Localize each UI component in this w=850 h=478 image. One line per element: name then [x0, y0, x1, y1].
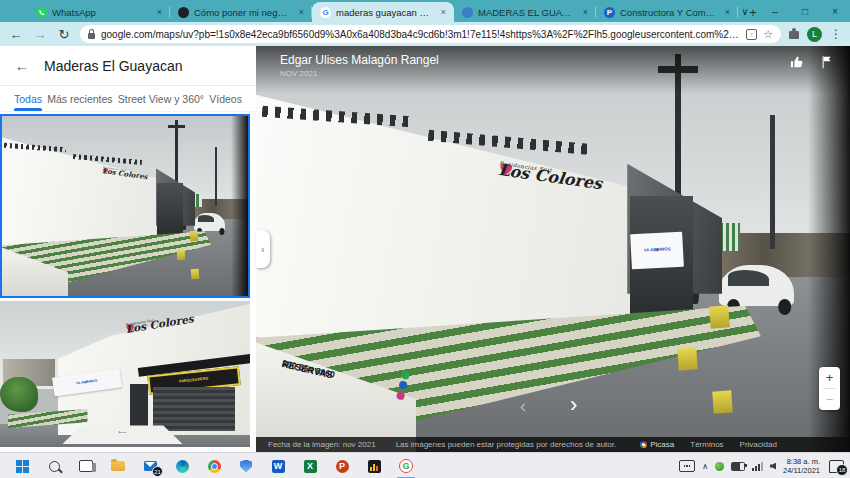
- next-photo-arrow[interactable]: ›: [570, 392, 577, 418]
- picasa-attribution[interactable]: Picasa: [640, 440, 674, 449]
- battery-icon[interactable]: [731, 462, 745, 471]
- tab-close-icon[interactable]: ×: [297, 7, 306, 17]
- google-g-icon: G: [320, 7, 331, 18]
- close-button[interactable]: ×: [820, 0, 850, 22]
- notification-badge: 18: [836, 464, 848, 476]
- tab-constructora[interactable]: P Constructora Y Comercializa ×: [596, 2, 738, 22]
- copyright-label: Las imágenes pueden estar protegidas por…: [396, 440, 617, 449]
- google-app-icon: G: [399, 459, 413, 473]
- maximize-button[interactable]: □: [790, 0, 820, 22]
- photo-thumbnail[interactable]: ♥Los ColoresResidencias Suit PARQUEADERO…: [0, 301, 250, 447]
- powerpoint-button[interactable]: P: [326, 453, 358, 478]
- back-icon[interactable]: ←: [8, 27, 24, 42]
- powerbi-button[interactable]: [358, 453, 390, 478]
- minimize-button[interactable]: –: [760, 0, 790, 22]
- clock-date: 24/11/2021: [783, 466, 820, 475]
- tab-strip: WhatsApp × Cómo poner mi negocio en × G …: [0, 0, 850, 22]
- tab-street-view[interactable]: Street View y 360°: [118, 86, 204, 111]
- photo-footer: Fecha de la imagen: nov 2021 Las imágene…: [256, 437, 850, 452]
- tab-videos[interactable]: Vídeos: [209, 86, 242, 111]
- photo-viewer: ♥Los ColoresResidencias Suit ♥YA ABRIMOS…: [256, 46, 850, 452]
- thumbnail-photo: ♥Los ColoresResidencias Suit PARQUEADERO…: [0, 301, 250, 447]
- powerbi-icon: [368, 460, 381, 473]
- photo-author[interactable]: Edgar Ulises Malagón Rangel: [280, 53, 439, 67]
- url-text[interactable]: google.com/maps/uv?pb=!1s0x8e42eca9bf656…: [101, 29, 740, 40]
- dark-site-icon: [178, 7, 189, 18]
- mail-badge: 21: [152, 466, 163, 477]
- page-content: ← Maderas El Guayacan Todas Más reciente…: [0, 46, 850, 452]
- back-arrow-icon[interactable]: ←: [0, 57, 44, 74]
- powerpoint-icon: P: [336, 460, 349, 473]
- report-flag-button[interactable]: [820, 55, 834, 73]
- address-bar[interactable]: google.com/maps/uv?pb=!1s0x8e42eca9bf656…: [80, 25, 781, 43]
- defender-button[interactable]: [230, 453, 262, 478]
- windows-taskbar: 21 W X P G ∧ 8:38 a. m. 24/11/2021 18: [0, 452, 850, 478]
- tab-close-icon[interactable]: ×: [439, 7, 448, 17]
- start-button[interactable]: [6, 453, 38, 478]
- whatsapp-icon: [36, 7, 47, 18]
- zoom-in-button[interactable]: +: [826, 367, 834, 388]
- bookmark-star-icon[interactable]: ☆: [763, 28, 773, 41]
- photo-filter-tabs: Todas Más recientes Street View y 360° V…: [0, 86, 256, 112]
- edge-button[interactable]: [166, 453, 198, 478]
- parked-car: [719, 265, 793, 306]
- privacy-link[interactable]: Privacidad: [740, 440, 777, 449]
- tab-label: MADERAS EL GUAYACAN - R: [478, 7, 576, 18]
- photo-thumbnail-selected[interactable]: ♥Los ColoresResidencias Suit: [0, 114, 250, 298]
- zoom-control: + −: [819, 367, 840, 410]
- image-date-label: Fecha de la imagen: nov 2021: [268, 440, 376, 449]
- tab-mas-recientes[interactable]: Más recientes: [47, 86, 112, 111]
- thumbnail-photo: ♥Los ColoresResidencias Suit: [2, 116, 248, 296]
- blue-p-icon: P: [604, 7, 615, 18]
- previous-photo-arrow[interactable]: ‹: [520, 396, 526, 417]
- instagram-icon: [395, 391, 405, 401]
- folder-icon: [111, 461, 125, 471]
- like-button[interactable]: [790, 55, 804, 73]
- task-view-icon: [79, 460, 93, 472]
- window-controls: ∨ – □ ×: [730, 0, 850, 22]
- browser-menu-icon[interactable]: ⋮: [830, 27, 842, 41]
- windows-logo-icon: [16, 460, 29, 473]
- tab-close-icon[interactable]: ×: [155, 7, 164, 17]
- volume-icon[interactable]: [770, 463, 776, 470]
- terms-link[interactable]: Términos: [690, 440, 723, 449]
- forward-icon[interactable]: →: [32, 27, 48, 42]
- excel-button[interactable]: X: [294, 453, 326, 478]
- tab-maderas-guayacan-active[interactable]: G maderas guayacan barranca ×: [312, 2, 454, 22]
- taskbar-apps: 21 W X P G: [6, 453, 422, 478]
- lock-icon: [88, 33, 95, 39]
- task-view-button[interactable]: [70, 453, 102, 478]
- touch-keyboard-icon[interactable]: [679, 460, 695, 472]
- google-chrome-active-button[interactable]: G: [390, 453, 422, 478]
- whatsapp-icon: [400, 370, 410, 380]
- tab-todas[interactable]: Todas: [14, 86, 42, 111]
- tab-close-icon[interactable]: ×: [581, 7, 590, 17]
- photos-sidebar: ← Maderas El Guayacan Todas Más reciente…: [0, 46, 256, 452]
- tray-expand-icon[interactable]: ∧: [702, 462, 708, 471]
- profile-avatar[interactable]: L: [807, 27, 822, 42]
- picasa-icon: [640, 441, 647, 448]
- notification-center-icon[interactable]: 18: [829, 460, 844, 473]
- share-icon[interactable]: ↑: [746, 29, 757, 40]
- sidebar-header: ← Maderas El Guayacan: [0, 46, 256, 86]
- reload-icon[interactable]: ↻: [56, 27, 72, 42]
- zoom-out-button[interactable]: −: [826, 389, 834, 410]
- word-button[interactable]: W: [262, 453, 294, 478]
- facebook-icon: [398, 380, 408, 390]
- system-tray: ∧ 8:38 a. m. 24/11/2021 18: [679, 457, 844, 476]
- extensions-icon[interactable]: [789, 31, 799, 39]
- chrome-button[interactable]: [198, 453, 230, 478]
- antivirus-tray-icon[interactable]: [715, 462, 724, 471]
- network-icon[interactable]: [752, 462, 763, 471]
- tab-search-chevron-icon[interactable]: ∨: [730, 0, 760, 22]
- ya-abrimos-banner: ♥YA ABRIMOS: [631, 231, 685, 268]
- tab-whatsapp[interactable]: WhatsApp ×: [28, 2, 170, 22]
- excel-icon: X: [304, 460, 317, 473]
- tab-como-poner[interactable]: Cómo poner mi negocio en ×: [170, 2, 312, 22]
- file-explorer-button[interactable]: [102, 453, 134, 478]
- mail-button[interactable]: 21: [134, 453, 166, 478]
- tab-maderas-el-guayacan[interactable]: MADERAS EL GUAYACAN - R ×: [454, 2, 596, 22]
- search-button[interactable]: [38, 453, 70, 478]
- sidebar-collapse-button[interactable]: ‹: [256, 230, 270, 268]
- taskbar-clock[interactable]: 8:38 a. m. 24/11/2021: [783, 457, 820, 476]
